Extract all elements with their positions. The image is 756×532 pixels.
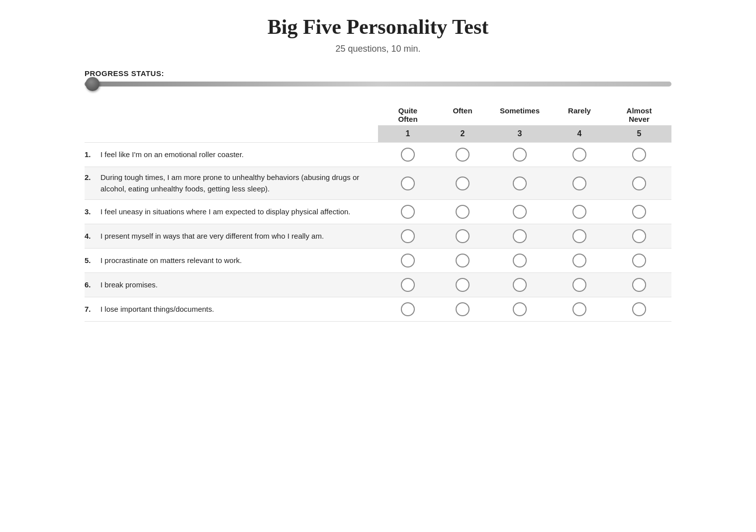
- radio-cell-q2-r3: [487, 177, 552, 190]
- radio-q1-val4[interactable]: [572, 148, 586, 162]
- col-header-1-line1: Quite: [398, 106, 417, 115]
- radio-cell-q5-r2: [438, 254, 487, 267]
- number-cell-5: 5: [607, 125, 671, 142]
- progress-label: PROGRESS STATUS:: [85, 69, 671, 78]
- radio-q2-val2[interactable]: [456, 177, 470, 190]
- radio-q2-val1[interactable]: [401, 177, 415, 190]
- radio-cell-q6-r4: [552, 278, 607, 292]
- radio-q3-val5[interactable]: [632, 205, 646, 219]
- radio-cell-q7-r2: [438, 302, 487, 316]
- radio-q7-val3[interactable]: [513, 302, 527, 316]
- radio-q5-val1[interactable]: [401, 254, 415, 267]
- page-title: Big Five Personality Test: [85, 15, 671, 39]
- radio-q1-val5[interactable]: [632, 148, 646, 162]
- col-header-5-line2: Never: [629, 115, 650, 123]
- radio-cell-q2-r1: [378, 177, 438, 190]
- col-header-2-line1: Often: [453, 106, 472, 115]
- radio-cell-q1-r2: [438, 148, 487, 162]
- radio-cell-q4-r4: [552, 229, 607, 243]
- number-cell-4: 4: [552, 125, 607, 142]
- radio-q6-val2[interactable]: [456, 278, 470, 292]
- col-header-2: Often: [438, 106, 487, 125]
- question-text-1: 1.I feel like I'm on an emotional roller…: [85, 149, 378, 161]
- radio-q5-val5[interactable]: [632, 254, 646, 267]
- radio-q7-val1[interactable]: [401, 302, 415, 316]
- radio-cell-q3-r4: [552, 205, 607, 219]
- question-number-1: 1.: [85, 149, 96, 161]
- radio-q6-val5[interactable]: [632, 278, 646, 292]
- radio-cell-q3-r5: [607, 205, 671, 219]
- col-header-5: Almost Never: [607, 106, 671, 125]
- radio-q2-val5[interactable]: [632, 177, 646, 190]
- question-label-7: I lose important things/documents.: [100, 304, 214, 315]
- radio-q4-val1[interactable]: [401, 229, 415, 243]
- col-header-3: Sometimes: [487, 106, 552, 125]
- col-header-3-line1: Sometimes: [500, 106, 540, 115]
- radio-cell-q5-r3: [487, 254, 552, 267]
- radio-q7-val2[interactable]: [456, 302, 470, 316]
- col-header-2-line2: [462, 115, 464, 123]
- radio-cell-q7-r1: [378, 302, 438, 316]
- radio-q6-val3[interactable]: [513, 278, 527, 292]
- radio-cell-q3-r1: [378, 205, 438, 219]
- radio-cell-q7-r3: [487, 302, 552, 316]
- question-row-6: 6.I break promises.: [85, 272, 671, 297]
- radio-cell-q1-r1: [378, 148, 438, 162]
- col-header-4-line2: [578, 115, 580, 123]
- radio-q6-val4[interactable]: [572, 278, 586, 292]
- radio-q6-val1[interactable]: [401, 278, 415, 292]
- radio-q2-val3[interactable]: [513, 177, 527, 190]
- radio-q1-val2[interactable]: [456, 148, 470, 162]
- radio-q1-val3[interactable]: [513, 148, 527, 162]
- question-text-4: 4.I present myself in ways that are very…: [85, 231, 378, 242]
- radio-cell-q6-r1: [378, 278, 438, 292]
- radio-q4-val4[interactable]: [572, 229, 586, 243]
- question-number-2: 2.: [85, 172, 96, 194]
- radio-q4-val5[interactable]: [632, 229, 646, 243]
- radio-cell-q5-r1: [378, 254, 438, 267]
- column-headers: Quite Often Often Sometimes Rarely Almos…: [85, 106, 671, 125]
- radio-cell-q3-r2: [438, 205, 487, 219]
- radio-cell-q5-r4: [552, 254, 607, 267]
- question-row-3: 3.I feel uneasy in situations where I am…: [85, 199, 671, 224]
- question-text-7: 7.I lose important things/documents.: [85, 304, 378, 315]
- radio-q5-val4[interactable]: [572, 254, 586, 267]
- radio-q4-val2[interactable]: [456, 229, 470, 243]
- question-number-5: 5.: [85, 255, 96, 266]
- radio-q5-val2[interactable]: [456, 254, 470, 267]
- number-empty: [85, 125, 378, 142]
- progress-thumb: [86, 77, 99, 91]
- col-header-4: Rarely: [552, 106, 607, 125]
- question-number-4: 4.: [85, 231, 96, 242]
- subtitle: 25 questions, 10 min.: [85, 44, 671, 54]
- question-row-1: 1.I feel like I'm on an emotional roller…: [85, 142, 671, 167]
- radio-q7-val5[interactable]: [632, 302, 646, 316]
- radio-q3-val4[interactable]: [572, 205, 586, 219]
- question-row-7: 7.I lose important things/documents.: [85, 297, 671, 322]
- question-text-2: 2.During tough times, I am more prone to…: [85, 172, 378, 194]
- radio-cell-q2-r4: [552, 177, 607, 190]
- question-row-2: 2.During tough times, I am more prone to…: [85, 167, 671, 199]
- number-cell-1: 1: [378, 125, 438, 142]
- radio-q4-val3[interactable]: [513, 229, 527, 243]
- question-number-3: 3.: [85, 206, 96, 218]
- radio-cell-q1-r5: [607, 148, 671, 162]
- radio-q7-val4[interactable]: [572, 302, 586, 316]
- radio-cell-q1-r4: [552, 148, 607, 162]
- progress-track[interactable]: [85, 82, 671, 87]
- radio-q3-val1[interactable]: [401, 205, 415, 219]
- radio-q3-val3[interactable]: [513, 205, 527, 219]
- radio-q1-val1[interactable]: [401, 148, 415, 162]
- radio-cell-q4-r1: [378, 229, 438, 243]
- question-label-4: I present myself in ways that are very d…: [100, 231, 324, 242]
- radio-q2-val4[interactable]: [572, 177, 586, 190]
- radio-q5-val3[interactable]: [513, 254, 527, 267]
- radio-q3-val2[interactable]: [456, 205, 470, 219]
- question-number-6: 6.: [85, 279, 96, 291]
- question-label-6: I break promises.: [100, 279, 158, 291]
- radio-cell-q6-r3: [487, 278, 552, 292]
- col-header-1-line2: Often: [398, 115, 417, 123]
- number-cell-2: 2: [438, 125, 487, 142]
- question-row-5: 5.I procrastinate on matters relevant to…: [85, 248, 671, 272]
- radio-cell-q6-r5: [607, 278, 671, 292]
